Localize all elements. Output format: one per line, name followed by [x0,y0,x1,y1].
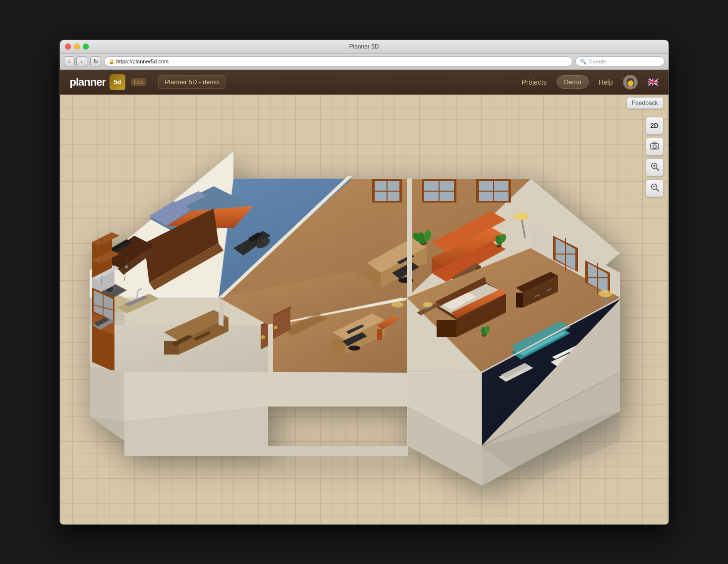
svg-point-141 [599,290,613,297]
svg-rect-2 [653,142,656,144]
beta-badge: beta [131,78,146,86]
demo-button[interactable]: Demo [557,75,589,89]
svg-point-112 [348,346,360,351]
back-button[interactable]: ‹ [64,56,75,66]
lock-icon: 🔒 [109,59,114,64]
svg-point-104 [261,335,265,339]
browser-window: Planner 5D ‹ › ↻ 🔒 https://planner5d.com… [59,40,669,525]
svg-rect-185 [397,307,398,325]
language-flag[interactable]: 🇬🇧 [648,77,659,88]
svg-point-183 [274,325,277,329]
title-bar: Planner 5D [60,40,669,54]
logo-area: planner 5d beta [70,74,146,90]
zoom-out-icon [650,183,659,194]
address-bar: ‹ › ↻ 🔒 https://planner5d.com 🔍 Google [60,54,669,70]
feedback-button[interactable]: Feedback [626,97,664,109]
reload-button[interactable]: ↻ [90,56,101,66]
zoom-in-button[interactable] [646,158,664,176]
svg-point-134 [423,302,433,307]
projects-link[interactable]: Projects [521,78,547,86]
maximize-button[interactable] [83,44,89,50]
zoom-in-icon [650,162,659,173]
window-title: Planner 5D [349,43,379,50]
svg-marker-160 [268,325,273,373]
svg-marker-166 [90,367,124,421]
svg-marker-157 [219,298,224,326]
canvas-area[interactable]: Feedback 2D [60,95,669,524]
search-icon: 🔍 [580,58,587,65]
svg-line-4 [657,168,659,170]
search-bar[interactable]: 🔍 Google [575,56,665,66]
minimize-button[interactable] [74,44,80,50]
svg-marker-162 [481,371,482,446]
traffic-lights [65,44,89,50]
svg-point-186 [392,302,403,308]
svg-marker-114 [377,329,382,340]
svg-point-67 [513,212,528,220]
floor-plan-3d [75,119,620,524]
svg-line-8 [657,189,659,191]
url-text: https://planner5d.com [116,58,169,64]
right-toolbar: 2D [646,117,664,197]
camera-icon [650,142,659,152]
logo-text: planner [70,76,106,89]
view-2d-button[interactable]: 2D [646,117,664,135]
svg-marker-136 [516,293,523,308]
project-name[interactable]: Planner 5D - demo [158,75,225,89]
logo-icon: 5d [110,74,125,90]
svg-marker-126 [437,320,456,337]
svg-marker-159 [407,178,412,298]
svg-point-25 [125,265,128,268]
svg-marker-168 [268,372,408,407]
user-avatar[interactable]: 👩 [623,75,638,90]
screenshot-button[interactable] [646,138,664,155]
url-bar[interactable]: 🔒 https://planner5d.com [104,56,572,66]
zoom-out-button[interactable] [646,179,664,197]
help-link[interactable]: Help [599,78,613,86]
svg-marker-108 [333,340,345,355]
search-placeholder: Google [589,58,606,64]
svg-point-1 [653,145,656,148]
header-nav: Projects Demo Help 👩 🇬🇧 [521,75,658,90]
nav-buttons: ‹ › [64,56,87,66]
app-header: planner 5d beta Planner 5D - demo Projec… [60,70,669,95]
forward-button[interactable]: › [76,56,87,66]
close-button[interactable] [65,44,71,50]
